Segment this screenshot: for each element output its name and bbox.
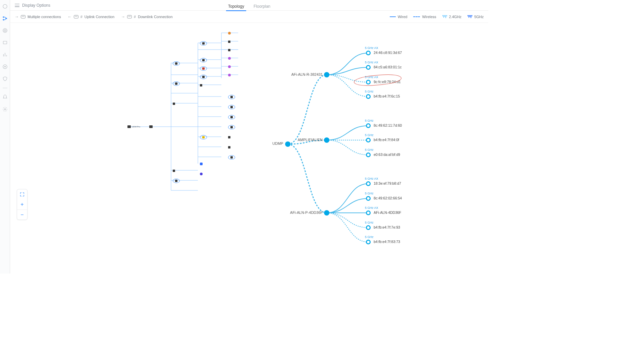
band-label: 5 GHz AX [365, 177, 378, 180]
topology-icon[interactable] [2, 15, 8, 21]
mini-client[interactable] [228, 49, 230, 51]
client-label: 8c:49:62:02:66:54 [374, 196, 402, 200]
client-label: b4:fb:e4:7f:7e:93 [374, 225, 400, 229]
mini-client[interactable] [200, 163, 203, 165]
mini-client[interactable] [228, 57, 231, 60]
legend-multiple: Multiple connections [15, 14, 61, 19]
legend-wireless: Wireless [413, 15, 436, 19]
arrow-right-icon [121, 14, 125, 19]
ghz24-swatch [442, 15, 447, 18]
devices-icon[interactable] [2, 40, 8, 46]
radar-icon[interactable] [2, 27, 8, 34]
mini-client[interactable] [228, 105, 235, 109]
mini-client[interactable] [200, 173, 203, 175]
root-label: UDMP [272, 141, 283, 145]
display-options-button[interactable]: Display Options [15, 3, 50, 8]
root-node[interactable] [285, 141, 290, 147]
overview-topology[interactable]: UDM-Pro [127, 29, 272, 190]
band-label: 5 GHz [365, 90, 374, 93]
client-node[interactable] [366, 181, 371, 186]
mini-client[interactable] [228, 155, 235, 160]
client-label: 8c:49:62:11:7d:60 [374, 123, 402, 127]
mini-client[interactable] [228, 74, 231, 76]
wifi-icon[interactable] [2, 64, 8, 70]
hash-icon [80, 15, 83, 19]
client-label: b4:fb:e4:7f:84:0f [374, 138, 399, 142]
sidebar [0, 0, 10, 274]
ap-node[interactable] [324, 137, 329, 143]
band-label: 5 GHz [365, 235, 374, 239]
legend-5ghz: 5GHz [468, 15, 484, 19]
router-icon [21, 15, 25, 18]
mini-node[interactable] [200, 41, 207, 46]
zoom-out-button[interactable]: − [17, 209, 27, 220]
ap-node[interactable] [324, 72, 329, 77]
client-node[interactable] [366, 51, 371, 55]
svg-point-8 [4, 66, 5, 67]
mini-client[interactable] [228, 136, 230, 138]
mini-client[interactable] [228, 41, 230, 43]
mini-root[interactable]: UDM-Pro [127, 125, 140, 128]
mini-node[interactable] [173, 61, 180, 66]
mini-node[interactable] [173, 81, 180, 86]
mini-node[interactable] [200, 66, 207, 71]
client-node[interactable] [366, 196, 371, 201]
mini-client[interactable] [228, 95, 235, 99]
client-node[interactable] [366, 210, 371, 215]
mini-node[interactable] [173, 103, 175, 105]
band-label: 5 GHz AX [365, 206, 378, 209]
client-label: 84:c5:a6:83:01:1c [374, 65, 401, 69]
mini-node[interactable] [173, 179, 180, 183]
band-label: 5 GHz [365, 192, 374, 195]
settings-icon[interactable] [2, 106, 8, 112]
mini-node[interactable] [200, 84, 202, 86]
mini-node[interactable] [200, 75, 207, 79]
security-icon[interactable] [2, 76, 8, 82]
menu-icon [15, 4, 19, 7]
display-options-label: Display Options [22, 3, 50, 8]
legend-downlink: Downlink Connection [121, 14, 172, 19]
mini-client[interactable] [228, 146, 230, 148]
detail-topology[interactable]: UDMP AFi-ALN-R-3824315 GHz AX24:46:c8:91… [268, 29, 429, 244]
svg-point-5 [4, 29, 6, 31]
mini-switch[interactable] [149, 125, 153, 128]
dashboard-icon[interactable] [2, 3, 8, 9]
client-node[interactable] [366, 240, 371, 244]
client-node[interactable] [366, 138, 371, 142]
topology-canvas[interactable]: + − [10, 23, 488, 274]
wireless-swatch [413, 16, 420, 17]
client-node[interactable] [366, 80, 371, 84]
ap-label: AMPLIFIALIEN [298, 138, 323, 142]
client-label: 9c:fc:e8:78:24:d1 [374, 80, 401, 84]
client-node[interactable] [366, 65, 371, 70]
notifications-icon[interactable] [2, 94, 8, 100]
mini-client[interactable] [228, 115, 235, 119]
ap-label: AFi-ALN-P-4DD36F [290, 210, 323, 215]
view-tabs: Topology Floorplan [228, 0, 270, 11]
router-icon [74, 15, 78, 18]
mini-node[interactable] [173, 170, 175, 172]
tab-topology[interactable]: Topology [228, 4, 244, 11]
client-label: e0:63:da:af:bf:d9 [374, 153, 400, 157]
zoom-in-button[interactable]: + [17, 199, 27, 209]
legend-wired: Wired [390, 15, 408, 19]
ap-node[interactable] [324, 210, 329, 216]
mini-client[interactable] [228, 65, 231, 68]
client-label: 18:3e:ef:79:b8:d7 [374, 181, 401, 185]
stats-icon[interactable] [2, 52, 8, 58]
mini-client[interactable] [228, 125, 235, 129]
arrow-left-icon [68, 14, 72, 19]
topbar: Display Options Topology Floorplan [10, 0, 488, 11]
client-node[interactable] [366, 123, 371, 128]
tab-floorplan[interactable]: Floorplan [254, 4, 270, 11]
mini-node[interactable] [200, 135, 207, 139]
band-label: 5 GHz AX [365, 75, 378, 79]
mini-client[interactable] [228, 32, 231, 35]
router-icon [127, 15, 132, 18]
client-node[interactable] [366, 153, 371, 157]
mini-node[interactable] [200, 58, 207, 62]
svg-point-0 [3, 4, 7, 8]
client-node[interactable] [366, 225, 371, 230]
client-node[interactable] [366, 94, 371, 99]
fit-screen-button[interactable] [17, 189, 27, 199]
